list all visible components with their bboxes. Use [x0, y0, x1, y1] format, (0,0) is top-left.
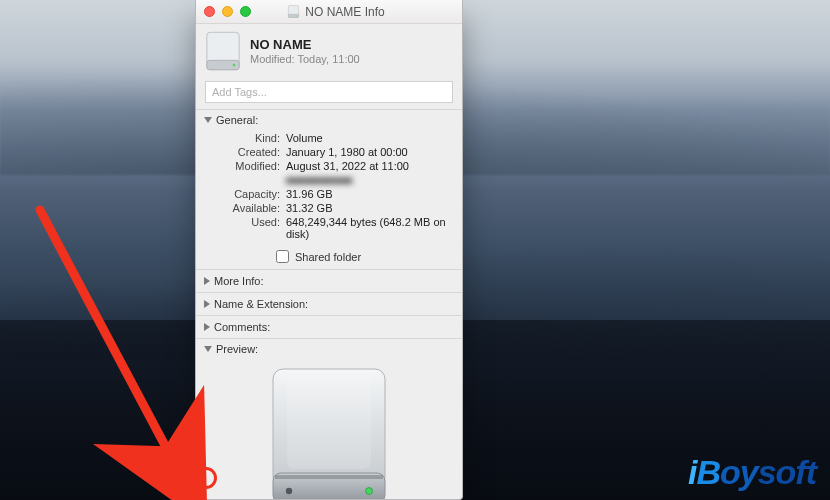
volume-name: NO NAME — [250, 37, 360, 52]
disclosure-triangle-icon — [204, 277, 210, 285]
label-created: Created: — [210, 146, 280, 158]
section-toggle-name-extension[interactable]: Name & Extension: — [196, 293, 462, 315]
drive-icon — [206, 31, 240, 71]
disclosure-triangle-icon — [204, 117, 212, 123]
svg-point-5 — [233, 64, 236, 67]
drive-icon — [287, 5, 300, 18]
value-used: 648,249,344 bytes (648.2 MB on disk) — [286, 216, 454, 240]
get-info-window: NO NAME Info NO NAME Modified: Today, 11… — [195, 0, 463, 500]
label-capacity: Capacity: — [210, 188, 280, 200]
svg-point-2 — [297, 15, 298, 16]
disclosure-triangle-icon — [204, 346, 212, 352]
section-toggle-comments[interactable]: Comments: — [196, 316, 462, 338]
value-created: January 1, 1980 at 00:00 — [286, 146, 454, 158]
label-kind: Kind: — [210, 132, 280, 144]
shared-folder-checkbox[interactable] — [276, 250, 289, 263]
svg-rect-11 — [287, 375, 371, 469]
info-header: NO NAME Modified: Today, 11:00 — [196, 24, 462, 81]
section-general: General: Kind: Volume Created: January 1… — [196, 110, 462, 269]
close-button[interactable] — [204, 6, 215, 17]
label-available: Available: — [210, 202, 280, 214]
value-capacity: 31.96 GB — [286, 188, 454, 200]
shared-folder-row: Shared folder — [196, 246, 462, 269]
titlebar: NO NAME Info — [196, 0, 462, 24]
label-redacted — [210, 174, 280, 186]
iboysoft-logo: iBoysoft — [688, 453, 816, 492]
section-toggle-preview[interactable]: Preview: — [196, 339, 462, 359]
modified-summary: Modified: Today, 11:00 — [250, 53, 360, 65]
preview-image — [196, 359, 462, 500]
drive-icon — [267, 365, 391, 500]
section-toggle-more-info[interactable]: More Info: — [196, 270, 462, 292]
svg-rect-8 — [275, 475, 383, 479]
disclosure-triangle-icon — [204, 323, 210, 331]
tags-input[interactable] — [205, 81, 453, 103]
tags-row — [196, 81, 462, 109]
disclosure-triangle-icon — [204, 300, 210, 308]
value-redacted: ■■■■■■■■■■ — [286, 174, 454, 186]
value-modified: August 31, 2022 at 11:00 — [286, 160, 454, 172]
value-available: 31.32 GB — [286, 202, 454, 214]
label-modified: Modified: — [210, 160, 280, 172]
window-title: NO NAME Info — [218, 5, 454, 19]
value-kind: Volume — [286, 132, 454, 144]
shared-folder-label: Shared folder — [295, 251, 361, 263]
section-toggle-general[interactable]: General: — [196, 110, 462, 130]
svg-point-10 — [286, 488, 292, 494]
desktop-background: NO NAME Info NO NAME Modified: Today, 11… — [0, 0, 830, 500]
svg-point-9 — [366, 488, 373, 495]
label-used: Used: — [210, 216, 280, 240]
